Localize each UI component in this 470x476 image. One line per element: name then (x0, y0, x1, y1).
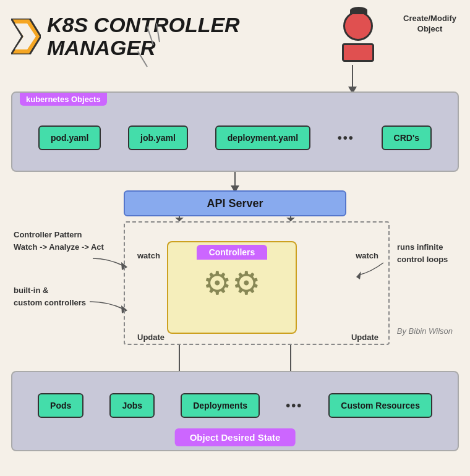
watch-right-label: watch (356, 251, 378, 260)
svg-line-2 (147, 27, 153, 45)
resource-deployments: Deployments (181, 393, 260, 418)
author-label: By Bibin Wilson (397, 326, 453, 336)
k8s-objects-label: kubernetes Objects (20, 93, 107, 106)
api-server-label: API Server (207, 197, 263, 210)
k8s-dots: ••• (338, 131, 354, 145)
k8s-item-deployment: deployment.yaml (215, 125, 310, 150)
svg-line-3 (156, 23, 160, 42)
user-head (343, 11, 373, 41)
chevron-icon (11, 19, 41, 54)
decorative-lines (135, 23, 184, 73)
resources-items: Pods Jobs Deployments ••• Custom Resourc… (12, 381, 458, 430)
title-area: K8S CONTROLLER MANAGER (11, 14, 240, 60)
controllers-tab: Controllers (197, 245, 268, 260)
update-left-label: Update (137, 333, 164, 342)
object-desired-state-label: Object Desired State (175, 428, 296, 446)
api-server-box: API Server (124, 190, 346, 216)
annotation-controller-pattern: Controller Pattern Watch -> Analyze -> A… (14, 229, 104, 253)
user-laptop (342, 43, 374, 62)
watch-left-label: watch (137, 251, 160, 260)
resource-pods: Pods (38, 393, 83, 418)
k8s-item-pod: pod.yaml (38, 125, 101, 150)
resource-jobs: Jobs (109, 393, 155, 418)
user-figure (342, 11, 374, 62)
k8s-item-crd: CRD's (382, 125, 432, 150)
gear-icon: ⚙⚙ (203, 267, 261, 299)
k8s-item-job: job.yaml (128, 125, 188, 150)
controllers-box: Controllers ⚙⚙ (167, 241, 297, 334)
create-modify-label: Create/Modify Object (403, 14, 456, 35)
svg-line-4 (138, 51, 147, 67)
annotation-control-loops: runs infinite control loops (397, 241, 459, 265)
k8s-objects-box: kubernetes Objects pod.yaml job.yaml dep… (11, 91, 459, 172)
update-right-label: Update (351, 333, 378, 342)
resource-dots: ••• (286, 399, 302, 413)
annotation-built-in: built-in & custom controllers (14, 284, 86, 308)
resource-custom: Custom Resources (328, 393, 432, 418)
